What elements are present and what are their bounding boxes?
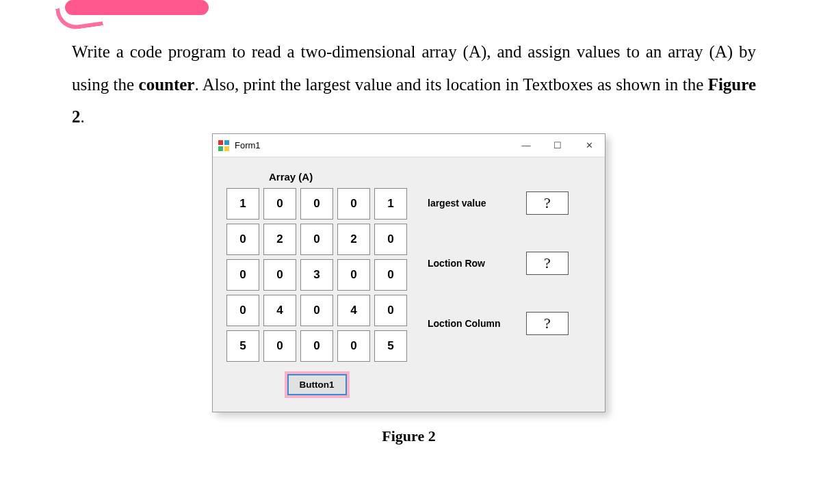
question-bold-counter: counter xyxy=(139,75,195,94)
cell-3-2[interactable]: 0 xyxy=(300,295,333,326)
cell-3-3[interactable]: 4 xyxy=(337,295,370,326)
figure-caption: Figure 2 xyxy=(212,427,605,445)
location-column-label: Loction Column xyxy=(428,318,517,329)
cell-1-0[interactable]: 0 xyxy=(226,224,259,255)
question-part-e: . xyxy=(81,107,85,126)
question-text: Write a code program to read a two-dimen… xyxy=(72,36,756,133)
location-row-textbox[interactable]: ? xyxy=(526,252,569,275)
location-row-label: Loction Row xyxy=(428,258,517,269)
figure-wrapper: Form1 — ☐ ✕ Array (A) 1 0 0 0 1 0 2 0 xyxy=(212,133,605,445)
form-window: Form1 — ☐ ✕ Array (A) 1 0 0 0 1 0 2 0 xyxy=(212,133,605,412)
window-controls: — ☐ ✕ xyxy=(510,134,605,157)
cell-3-4[interactable]: 0 xyxy=(374,295,407,326)
cell-0-2[interactable]: 0 xyxy=(300,188,333,220)
cell-2-1[interactable]: 0 xyxy=(263,259,296,291)
cell-4-3[interactable]: 0 xyxy=(337,330,370,362)
largest-value-label: largest value xyxy=(428,198,517,209)
cell-2-3[interactable]: 0 xyxy=(337,259,370,291)
maximize-button[interactable]: ☐ xyxy=(542,134,573,157)
question-part-c: . Also, print the largest value and its … xyxy=(194,75,707,94)
cell-1-1[interactable]: 2 xyxy=(263,224,296,255)
cell-2-4[interactable]: 0 xyxy=(374,259,407,291)
cell-3-1[interactable]: 4 xyxy=(263,295,296,326)
cell-1-4[interactable]: 0 xyxy=(374,224,407,255)
largest-value-textbox[interactable]: ? xyxy=(526,191,569,215)
cell-3-0[interactable]: 0 xyxy=(226,295,259,326)
array-label: Array (A) xyxy=(269,171,407,183)
app-icon xyxy=(218,140,229,151)
cell-0-1[interactable]: 0 xyxy=(263,188,296,220)
cell-4-2[interactable]: 0 xyxy=(300,330,333,362)
cell-2-2[interactable]: 3 xyxy=(300,259,333,291)
output-panel: largest value ? Loction Row ? Loction Co… xyxy=(428,171,591,342)
cell-0-0[interactable]: 1 xyxy=(226,188,259,220)
location-row-row: Loction Row ? xyxy=(428,252,591,275)
largest-value-row: largest value ? xyxy=(428,191,591,215)
client-area: Array (A) 1 0 0 0 1 0 2 0 2 0 0 0 3 0 0 xyxy=(213,157,605,412)
cell-4-0[interactable]: 5 xyxy=(226,330,259,362)
highlight-marker xyxy=(65,0,209,15)
cell-1-3[interactable]: 2 xyxy=(337,224,370,255)
array-panel: Array (A) 1 0 0 0 1 0 2 0 2 0 0 0 3 0 0 xyxy=(226,171,407,395)
titlebar: Form1 — ☐ ✕ xyxy=(213,134,605,157)
cell-4-4[interactable]: 5 xyxy=(374,330,407,362)
button-row: Button1 xyxy=(226,374,407,395)
cell-1-2[interactable]: 0 xyxy=(300,224,333,255)
location-column-row: Loction Column ? xyxy=(428,312,591,335)
window-title: Form1 xyxy=(235,140,510,150)
array-grid: 1 0 0 0 1 0 2 0 2 0 0 0 3 0 0 0 4 xyxy=(226,188,407,362)
button1[interactable]: Button1 xyxy=(287,374,347,395)
minimize-button[interactable]: — xyxy=(510,134,542,157)
close-button[interactable]: ✕ xyxy=(573,134,605,157)
cell-2-0[interactable]: 0 xyxy=(226,259,259,291)
cell-0-3[interactable]: 0 xyxy=(337,188,370,220)
cell-4-1[interactable]: 0 xyxy=(263,330,296,362)
location-column-textbox[interactable]: ? xyxy=(526,312,569,335)
cell-0-4[interactable]: 1 xyxy=(374,188,407,220)
